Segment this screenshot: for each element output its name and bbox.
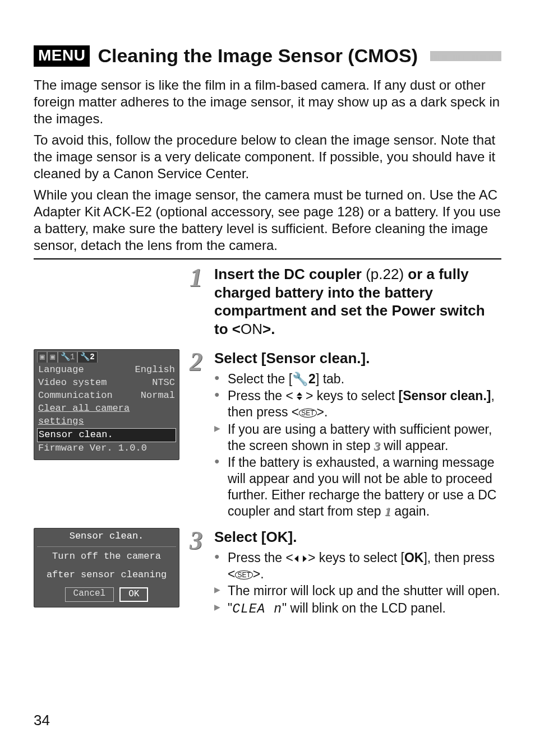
step-3-heading: Select [OK].	[214, 528, 501, 546]
lcd-row-value: Normal	[141, 389, 175, 402]
text: Press the <	[228, 550, 293, 565]
step-3-result-2: "CLEA n" will blink on the LCD panel.	[214, 600, 501, 618]
menu-item-name: [Sensor clean.]	[399, 388, 491, 403]
lcd-divider	[37, 546, 176, 547]
page-title: Cleaning the Image Sensor (CMOS)	[98, 45, 418, 67]
svg-marker-1	[297, 397, 302, 400]
text: again.	[391, 504, 430, 518]
step-2-heading: Select [Sensor clean.].	[214, 349, 501, 368]
ok-label: OK	[404, 550, 424, 565]
lcd-tab-2: 🔧1	[58, 351, 77, 363]
text: If the battery is exhausted, a warning m…	[228, 455, 496, 518]
intro-paragraph-1: The image sensor is like the film in a f…	[34, 77, 501, 127]
step-2-bullet-3: If the battery is exhausted, a warning m…	[214, 454, 501, 519]
text: will appear.	[380, 438, 448, 453]
step-2: ▣ ▣ 🔧1 🔧2 LanguageEnglish Video systemNT…	[34, 349, 501, 520]
lcd-tab-0: ▣	[37, 351, 47, 363]
lcd-row-label: Sensor clean.	[39, 429, 113, 442]
lcd-tab-3: 🔧2	[77, 351, 97, 363]
step-3-result-1: The mirror will lock up and the shutter …	[214, 583, 501, 599]
page-number: 34	[34, 712, 50, 729]
lcd-dialog-title: Sensor clean.	[37, 530, 176, 543]
lcd-row-label: Video system	[38, 377, 107, 389]
intro-paragraph-2: To avoid this, follow the procedure belo…	[34, 132, 501, 182]
lcd-tabs: ▣ ▣ 🔧1 🔧2	[37, 351, 176, 363]
step-1-heading-a: Insert the DC coupler	[214, 266, 366, 282]
step-1: 1 Insert the DC coupler (p.22) or a full…	[34, 265, 501, 341]
set-button-icon: SET	[299, 409, 316, 418]
text: " will blink on the LCD panel.	[282, 601, 446, 615]
text: "	[228, 601, 232, 615]
text: >.	[253, 567, 264, 581]
lcd-row-value: English	[135, 364, 175, 377]
step-1-page-ref: (p.22)	[366, 266, 404, 282]
lcd-row-comm: CommunicationNormal	[37, 389, 176, 402]
step-2-bullet-1: Select the [🔧2] tab.	[214, 371, 501, 387]
up-down-arrows-icon	[293, 391, 306, 401]
step-1-on-label: ON	[241, 321, 262, 337]
text: > keys to select [	[308, 550, 404, 565]
lcd-row-label: Firmware Ver. 1.0.0	[38, 442, 147, 455]
lcd-menu-screenshot: ▣ ▣ 🔧1 🔧2 LanguageEnglish Video systemNT…	[34, 349, 179, 460]
lcd-row-clear: Clear all camera settings	[37, 402, 176, 428]
lcd-cancel-button: Cancel	[65, 587, 114, 602]
step-3: Sensor clean. Turn off the camera after …	[34, 528, 501, 619]
left-right-arrows-icon	[293, 554, 308, 563]
step-2-bullet-2: Press the <> keys to select [Sensor clea…	[214, 388, 501, 420]
lcd-row-sensor-clean: Sensor clean.	[37, 428, 176, 442]
set-button-icon: SET	[235, 571, 252, 579]
svg-marker-0	[297, 392, 302, 396]
lcd-panel-code: CLEA n	[232, 602, 282, 616]
tab-name: 🔧2	[292, 372, 316, 386]
step-number-3: 3	[190, 528, 209, 619]
step-1-heading-c: >.	[262, 321, 275, 337]
page-title-row: MENU Cleaning the Image Sensor (CMOS)	[34, 45, 501, 67]
lcd-row-firmware: Firmware Ver. 1.0.0	[37, 442, 176, 455]
step-number-1: 1	[190, 265, 209, 341]
step-3-bullet-1: Press the <> keys to select [OK], then p…	[214, 550, 501, 582]
lcd-dialog-screenshot: Sensor clean. Turn off the camera after …	[34, 528, 179, 607]
text: Select the [	[228, 372, 292, 386]
lcd-row-label: Language	[38, 364, 84, 377]
lcd-row-language: LanguageEnglish	[37, 364, 176, 377]
step-1-heading: Insert the DC coupler (p.22) or a fully …	[214, 265, 501, 338]
lcd-row-label: Communication	[38, 389, 113, 402]
text: If you are using a battery with sufficie…	[228, 422, 492, 453]
text: > keys to select	[306, 388, 399, 403]
menu-badge: MENU	[34, 45, 90, 67]
lcd-row-label: Clear all camera settings	[38, 402, 175, 428]
lcd-row-video: Video systemNTSC	[37, 377, 176, 389]
step-ref-1: 1	[385, 504, 391, 518]
lcd-dialog-msg2: after sensor cleaning	[37, 569, 176, 582]
step-number-2: 2	[190, 349, 209, 520]
lcd-tab-1: ▣	[47, 351, 57, 363]
step-2-result-1: If you are using a battery with sufficie…	[214, 421, 501, 454]
lcd-dialog-msg1: Turn off the camera	[37, 550, 176, 563]
step-ref-3: 3	[374, 439, 380, 453]
lcd-ok-button: OK	[119, 587, 148, 602]
divider	[34, 258, 501, 259]
title-decor-bar	[430, 51, 501, 61]
lcd-row-value: NTSC	[152, 377, 175, 389]
text: >.	[317, 405, 328, 419]
svg-marker-2	[294, 555, 298, 562]
intro-paragraph-3: While you clean the image sensor, the ca…	[34, 187, 501, 254]
svg-marker-3	[303, 555, 307, 562]
text: Press the <	[228, 388, 293, 403]
text: ] tab.	[316, 372, 344, 386]
